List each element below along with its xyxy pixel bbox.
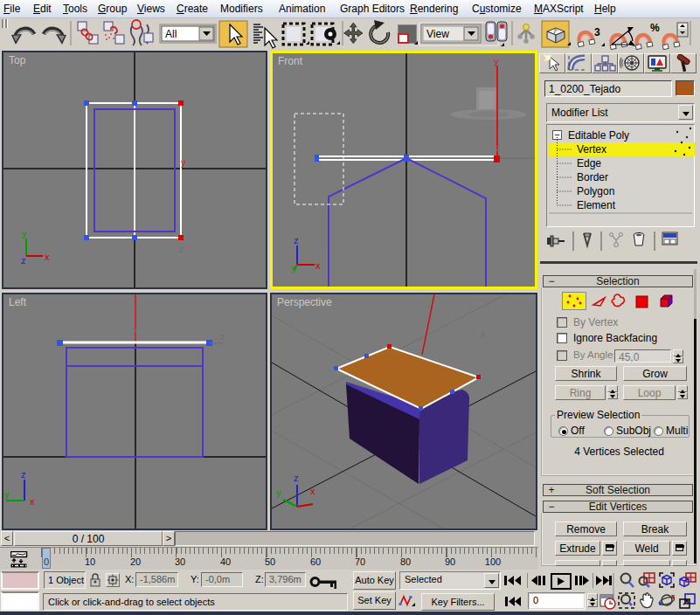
svg-text:z: z bbox=[179, 244, 184, 254]
svg-text:x: x bbox=[315, 260, 321, 271]
svg-text:y: y bbox=[494, 56, 499, 66]
svg-text:z: z bbox=[220, 331, 225, 342]
svg-text:x: x bbox=[310, 486, 315, 496]
svg-text:z: z bbox=[294, 473, 299, 483]
svg-text:x: x bbox=[45, 252, 50, 262]
svg-text:y: y bbox=[22, 228, 27, 238]
svg-text:View: View bbox=[426, 28, 449, 40]
svg-text:z: z bbox=[294, 235, 299, 245]
svg-text:z: z bbox=[21, 255, 26, 266]
svg-text:y: y bbox=[4, 489, 10, 500]
svg-text:x: x bbox=[133, 326, 137, 335]
svg-text:y: y bbox=[292, 263, 297, 273]
svg-text:3: 3 bbox=[594, 26, 600, 38]
svg-text:x: x bbox=[30, 496, 35, 507]
svg-text:All: All bbox=[165, 28, 177, 40]
svg-text:x: x bbox=[481, 328, 486, 339]
svg-text:z: z bbox=[21, 469, 26, 480]
svg-text:%: % bbox=[650, 22, 660, 34]
svg-text:y: y bbox=[181, 157, 186, 168]
svg-text:z: z bbox=[496, 142, 501, 153]
svg-text:y: y bbox=[276, 487, 281, 498]
